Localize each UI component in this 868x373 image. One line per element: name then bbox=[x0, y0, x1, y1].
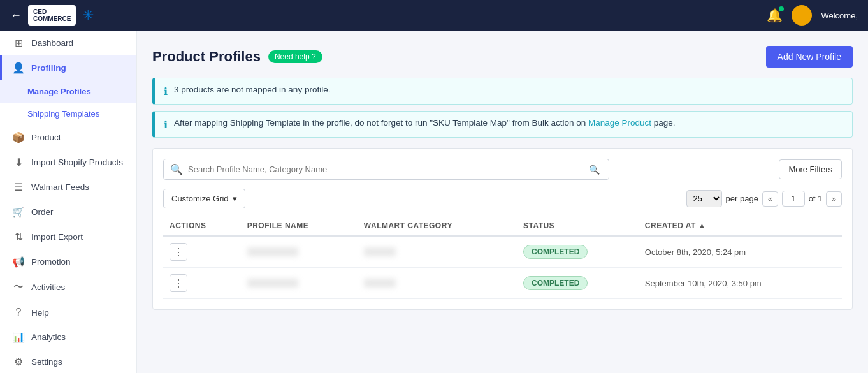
col-walmart-category: WALMART CATEGORY bbox=[358, 216, 517, 236]
sidebar-label-analytics: Analytics bbox=[31, 332, 66, 342]
help-icon: ? bbox=[12, 307, 25, 318]
col-status: STATUS bbox=[517, 216, 639, 236]
first-page-button[interactable]: « bbox=[762, 191, 778, 207]
dashboard-icon: ⊞ bbox=[12, 37, 25, 49]
feeds-icon: ☰ bbox=[12, 181, 25, 193]
table-section: 🔍 🔍 More Filters Customize Grid ▾ 25 50 … bbox=[152, 148, 853, 310]
alert-sku-text: After mapping Shipping Template in the p… bbox=[174, 118, 676, 128]
table-toolbar: 🔍 🔍 More Filters bbox=[163, 159, 842, 180]
welcome-text: Welcome, bbox=[821, 11, 858, 20]
sidebar-label-order: Order bbox=[31, 207, 54, 217]
table-header-row: ACTIONS PROFILE NAME WALMART CATEGORY ST… bbox=[163, 216, 842, 236]
sidebar-item-import-export[interactable]: ⇅ Import Export bbox=[0, 224, 136, 249]
page-number-input[interactable] bbox=[782, 191, 805, 207]
profile-name-1-blurred bbox=[247, 247, 298, 256]
analytics-icon: 📊 bbox=[12, 331, 25, 343]
search-box[interactable]: 🔍 🔍 bbox=[163, 159, 609, 180]
walmart-category-1-blurred bbox=[364, 247, 396, 256]
status-badge-1: COMPLETED bbox=[523, 245, 588, 259]
page-header: Product Profiles Need help ? Add New Pro… bbox=[152, 46, 853, 68]
profiles-table: ACTIONS PROFILE NAME WALMART CATEGORY ST… bbox=[163, 216, 842, 299]
header-right: 🔔 Welcome, bbox=[767, 5, 858, 26]
chevron-down-icon: ▾ bbox=[233, 194, 237, 203]
status-badge-2: COMPLETED bbox=[523, 276, 588, 290]
sidebar-item-walmart-feeds[interactable]: ☰ Walmart Feeds bbox=[0, 175, 136, 200]
main-content: Product Profiles Need help ? Add New Pro… bbox=[137, 31, 868, 373]
notification-bell[interactable]: 🔔 bbox=[767, 8, 783, 23]
notification-dot bbox=[779, 6, 784, 11]
created-at-1: October 8th, 2020, 5:24 pm bbox=[639, 236, 842, 268]
info-icon-2: ℹ bbox=[164, 119, 168, 131]
sidebar-item-promotion[interactable]: 📢 Promotion bbox=[0, 249, 136, 274]
activities-icon: 〜 bbox=[12, 281, 25, 294]
page-total-label: of 1 bbox=[809, 194, 823, 203]
last-page-button[interactable]: » bbox=[826, 191, 842, 207]
avatar[interactable] bbox=[792, 5, 812, 26]
sidebar-item-shipping-templates[interactable]: Shipping Templates bbox=[0, 103, 136, 125]
sidebar-item-dashboard[interactable]: ⊞ Dashboard bbox=[0, 31, 136, 55]
logo: CED COMMERCE bbox=[28, 5, 76, 26]
manage-product-link[interactable]: Manage Product bbox=[588, 118, 651, 128]
sidebar-label-walmart-feeds: Walmart Feeds bbox=[31, 182, 89, 192]
pagination: 25 50 100 per page « of 1 » bbox=[686, 190, 842, 207]
page-title-area: Product Profiles Need help ? bbox=[152, 48, 322, 65]
table-row: ⋮ COMPLETED September 10th, 2020 bbox=[163, 268, 842, 299]
per-page-select[interactable]: 25 50 100 bbox=[686, 190, 722, 207]
sidebar-label-import-export: Import Export bbox=[31, 232, 83, 242]
table-row: ⋮ COMPLETED October 8th, 2020, 5 bbox=[163, 236, 842, 268]
search-submit-button[interactable]: 🔍 bbox=[586, 165, 602, 175]
sidebar-item-settings[interactable]: ⚙ Settings bbox=[0, 349, 136, 373]
walmart-category-2-blurred bbox=[364, 279, 396, 288]
customize-grid-button[interactable]: Customize Grid ▾ bbox=[163, 189, 245, 208]
walmart-logo-icon: ✳ bbox=[82, 7, 94, 24]
sidebar-label-shipping-templates: Shipping Templates bbox=[27, 109, 99, 119]
sidebar-label-promotion: Promotion bbox=[31, 257, 71, 267]
per-page-label: per page bbox=[726, 194, 758, 203]
search-icon: 🔍 bbox=[170, 163, 183, 175]
import-icon: ⬇ bbox=[12, 156, 25, 168]
alert-unmapped: ℹ 3 products are not mapped in any profi… bbox=[152, 78, 853, 105]
logo-line2: COMMERCE bbox=[33, 15, 71, 22]
product-icon: 📦 bbox=[12, 131, 25, 143]
top-header: ← CED COMMERCE ✳ 🔔 Welcome, bbox=[0, 0, 868, 31]
col-actions: ACTIONS bbox=[163, 216, 241, 236]
sidebar-item-manage-profiles[interactable]: Manage Profiles bbox=[0, 80, 136, 103]
add-new-profile-button[interactable]: Add New Profile bbox=[766, 46, 853, 68]
profiling-icon: 👤 bbox=[12, 62, 25, 74]
col-created-at[interactable]: CREATED AT ▲ bbox=[639, 216, 842, 236]
sidebar-item-profiling[interactable]: 👤 Profiling bbox=[0, 55, 136, 80]
more-filters-button[interactable]: More Filters bbox=[779, 159, 842, 179]
sidebar-label-profiling: Profiling bbox=[31, 63, 66, 73]
sidebar-item-analytics[interactable]: 📊 Analytics bbox=[0, 325, 136, 349]
sidebar-label-activities: Activities bbox=[31, 282, 65, 292]
alert-sku-map: ℹ After mapping Shipping Template in the… bbox=[152, 111, 853, 138]
alert-unmapped-text: 3 products are not mapped in any profile… bbox=[174, 85, 330, 94]
created-at-2: September 10th, 2020, 3:50 pm bbox=[639, 268, 842, 299]
sidebar-item-product[interactable]: 📦 Product bbox=[0, 125, 136, 150]
sidebar-label-import-shopify: Import Shopify Products bbox=[31, 157, 123, 167]
row-action-button-1[interactable]: ⋮ bbox=[170, 243, 187, 261]
sidebar-item-order[interactable]: 🛒 Order bbox=[0, 200, 136, 224]
sidebar: ⊞ Dashboard 👤 Profiling Manage Profiles … bbox=[0, 31, 137, 373]
sidebar-item-activities[interactable]: 〜 Activities bbox=[0, 274, 136, 300]
row-action-button-2[interactable]: ⋮ bbox=[170, 274, 187, 292]
help-badge[interactable]: Need help ? bbox=[268, 50, 322, 63]
search-input[interactable] bbox=[188, 165, 581, 174]
settings-icon: ⚙ bbox=[12, 356, 25, 368]
profile-name-2-blurred bbox=[247, 279, 298, 288]
sidebar-label-manage-profiles: Manage Profiles bbox=[27, 87, 91, 96]
sidebar-item-import-shopify[interactable]: ⬇ Import Shopify Products bbox=[0, 150, 136, 175]
col-profile-name: PROFILE NAME bbox=[241, 216, 358, 236]
sidebar-label-product: Product bbox=[31, 133, 61, 142]
sidebar-label-settings: Settings bbox=[31, 357, 62, 367]
header-left: ← CED COMMERCE ✳ bbox=[10, 5, 94, 26]
page-title: Product Profiles bbox=[152, 48, 261, 65]
promotion-icon: 📢 bbox=[12, 256, 25, 268]
info-icon-1: ℹ bbox=[164, 85, 168, 98]
sidebar-item-help[interactable]: ? Help bbox=[0, 300, 136, 325]
customize-grid-label: Customize Grid bbox=[171, 194, 229, 203]
sidebar-label-dashboard: Dashboard bbox=[31, 38, 73, 48]
logo-line1: CED bbox=[33, 8, 47, 15]
import-export-icon: ⇅ bbox=[12, 231, 25, 243]
back-button[interactable]: ← bbox=[10, 9, 22, 22]
